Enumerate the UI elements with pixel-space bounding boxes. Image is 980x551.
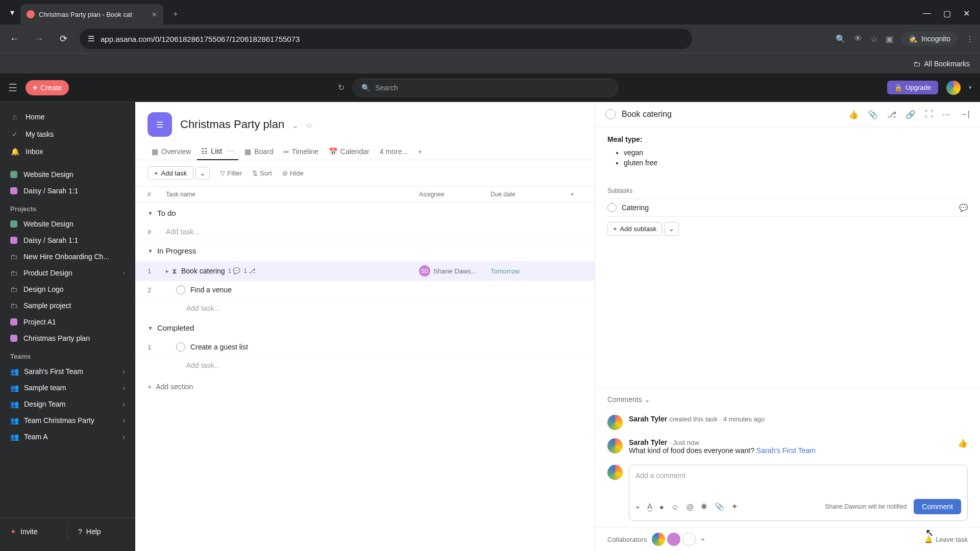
section-in-progress[interactable]: ▼In Progress bbox=[135, 240, 595, 261]
chevron-down-icon[interactable]: ▾ bbox=[969, 84, 972, 91]
user-avatar[interactable] bbox=[946, 81, 961, 95]
sidebar-project-item[interactable]: 🗀Product Design› bbox=[0, 265, 135, 281]
back-button[interactable]: ← bbox=[6, 31, 22, 47]
record-icon[interactable]: ● bbox=[659, 503, 664, 511]
sidebar-home[interactable]: ⌂ Home bbox=[0, 108, 135, 126]
detail-title[interactable]: Book catering bbox=[622, 110, 842, 119]
asterisk-icon[interactable]: ✱ bbox=[701, 502, 707, 511]
add-subtask-button[interactable]: +Add subtask bbox=[607, 222, 662, 236]
add-collaborator-button[interactable]: + bbox=[701, 536, 705, 543]
task-check-icon[interactable] bbox=[176, 285, 185, 294]
more-icon[interactable]: ⋯ bbox=[227, 147, 234, 155]
chevron-down-icon[interactable]: ⌄ bbox=[292, 121, 299, 130]
plus-icon[interactable]: + bbox=[635, 503, 640, 511]
search-input[interactable]: 🔍 Search bbox=[353, 79, 618, 97]
sidebar-recent-item[interactable]: Daisy / Sarah 1:1 bbox=[0, 183, 135, 199]
add-section-button[interactable]: +Add section bbox=[135, 374, 595, 399]
hide-button[interactable]: ⊘Hide bbox=[282, 169, 304, 177]
section-completed[interactable]: ▼Completed bbox=[135, 317, 595, 338]
forward-button[interactable]: → bbox=[31, 31, 47, 47]
star-icon[interactable]: ☆ bbox=[306, 121, 313, 130]
filter-button[interactable]: ▽Filter bbox=[220, 169, 242, 177]
comments-header[interactable]: Comments ⌄ bbox=[595, 388, 980, 411]
tab-search-button[interactable]: ▾ bbox=[4, 4, 20, 20]
more-icon[interactable]: ⋯ bbox=[942, 110, 950, 119]
new-tab-button[interactable]: + bbox=[167, 6, 184, 22]
upgrade-button[interactable]: 🔒 Upgrade bbox=[887, 81, 938, 94]
browser-tab[interactable]: Christmas Party plan - Book cat ✕ bbox=[20, 4, 163, 24]
sidebar-team-item[interactable]: 👥Team A› bbox=[0, 429, 135, 445]
all-bookmarks-button[interactable]: 🗀 All Bookmarks bbox=[913, 60, 970, 68]
add-task-placeholder[interactable]: Add task... bbox=[135, 299, 595, 317]
add-column-button[interactable]: + bbox=[562, 191, 582, 198]
subtask-row[interactable]: Catering 💬 bbox=[607, 198, 968, 217]
close-window-icon[interactable]: ✕ bbox=[963, 9, 970, 18]
chevron-right-icon[interactable]: ▸ bbox=[166, 268, 169, 274]
tab-more[interactable]: 4 more... bbox=[376, 143, 412, 160]
address-bar[interactable]: ☰ app.asana.com/0/1206182861755067/12061… bbox=[80, 29, 692, 49]
sidebar-team-item[interactable]: 👥Design Team› bbox=[0, 396, 135, 412]
site-info-icon[interactable]: ☰ bbox=[88, 34, 94, 43]
sidebar-team-item[interactable]: 👥Team Christmas Party› bbox=[0, 412, 135, 429]
history-icon[interactable]: ↻ bbox=[338, 83, 345, 92]
sidebar-team-item[interactable]: 👥Sarah's First Team› bbox=[0, 363, 135, 380]
add-task-placeholder[interactable]: Add task... bbox=[166, 228, 200, 236]
add-collaborator-placeholder[interactable] bbox=[682, 533, 696, 546]
tab-list[interactable]: ☷List⋯ bbox=[197, 143, 238, 160]
add-subtask-dropdown[interactable]: ⌄ bbox=[664, 222, 679, 236]
sort-button[interactable]: ⇅Sort bbox=[252, 169, 272, 177]
task-check-icon[interactable] bbox=[176, 342, 185, 352]
leave-task-button[interactable]: 🔔 Leave task bbox=[924, 536, 968, 543]
maximize-icon[interactable]: ▢ bbox=[943, 9, 951, 18]
task-row-book-catering[interactable]: 1 ▸ ⧗ Book catering 1 💬 1 ⎇ SDShane Daws… bbox=[135, 261, 595, 281]
bookmark-star-icon[interactable]: ☆ bbox=[870, 34, 877, 44]
attachment-icon[interactable]: 📎 bbox=[868, 110, 878, 119]
section-todo[interactable]: ▼To do bbox=[135, 203, 595, 223]
attachment-icon[interactable]: 📎 bbox=[715, 502, 724, 511]
sidebar-my-tasks[interactable]: ✓ My tasks bbox=[0, 126, 135, 143]
task-row-guest-list[interactable]: 1 Create a guest list bbox=[135, 338, 595, 356]
emoji-icon[interactable]: ☺ bbox=[671, 503, 679, 511]
tab-overview[interactable]: ▦Overview bbox=[148, 143, 195, 160]
create-button[interactable]: + Create bbox=[26, 80, 69, 95]
tab-calendar[interactable]: 📅Calendar bbox=[325, 143, 374, 160]
sparkle-icon[interactable]: ✦ bbox=[731, 502, 738, 511]
sidebar-project-item[interactable]: Project A1 bbox=[0, 314, 135, 330]
task-row-find-venue[interactable]: 2 Find a venue bbox=[135, 281, 595, 299]
table-row[interactable]: #Add task... bbox=[135, 223, 595, 240]
link-icon[interactable]: 🔗 bbox=[905, 110, 916, 119]
collaborator-avatar[interactable] bbox=[652, 533, 665, 546]
subtask-check-icon[interactable] bbox=[607, 203, 617, 212]
invite-button[interactable]: ✦Invite bbox=[0, 522, 67, 541]
comment-icon[interactable]: 💬 bbox=[959, 204, 968, 212]
fullscreen-icon[interactable]: ⛶ bbox=[925, 110, 933, 119]
sidebar-inbox[interactable]: 🔔 Inbox bbox=[0, 143, 135, 160]
sidebar-project-item[interactable]: 🗀New Hire Onboarding Ch... bbox=[0, 248, 135, 265]
comment-button[interactable]: Comment bbox=[914, 499, 961, 514]
reload-button[interactable]: ⟳ bbox=[55, 31, 71, 47]
minimize-icon[interactable]: — bbox=[923, 9, 931, 18]
search-icon[interactable]: 🔍 bbox=[836, 34, 846, 44]
add-task-button[interactable]: +Add task bbox=[148, 166, 193, 180]
help-button[interactable]: ?Help bbox=[67, 522, 135, 541]
sidebar-team-item[interactable]: 👥Sample team› bbox=[0, 380, 135, 396]
tab-board[interactable]: ▦Board bbox=[240, 143, 277, 160]
sidebar-project-item[interactable]: 🗀Sample project bbox=[0, 297, 135, 314]
mention-link[interactable]: Sarah's First Team bbox=[756, 446, 816, 455]
sidebar-project-item[interactable]: Christmas Party plan bbox=[0, 330, 135, 346]
add-tab-button[interactable]: + bbox=[414, 143, 426, 160]
subtask-icon[interactable]: ⎇ bbox=[887, 110, 896, 119]
sidebar-recent-item[interactable]: Website Design bbox=[0, 166, 135, 183]
collaborator-avatar[interactable] bbox=[667, 533, 680, 546]
menu-toggle-icon[interactable]: ☰ bbox=[8, 82, 17, 94]
side-panel-icon[interactable]: ▣ bbox=[886, 34, 893, 44]
comment-input-box[interactable]: Add a comment + A̲ ● ☺ @ ✱ 📎 ✦ Shane Daw… bbox=[629, 465, 968, 521]
sidebar-project-item[interactable]: Daisy / Sarah 1:1 bbox=[0, 232, 135, 248]
eye-off-icon[interactable]: 👁 bbox=[854, 34, 862, 43]
sidebar-project-item[interactable]: 🗀Design Logo bbox=[0, 281, 135, 297]
mention-icon[interactable]: @ bbox=[686, 503, 694, 511]
add-task-placeholder[interactable]: Add task... bbox=[135, 356, 595, 374]
close-tab-icon[interactable]: ✕ bbox=[152, 11, 157, 18]
close-panel-icon[interactable]: →| bbox=[960, 110, 970, 119]
like-icon[interactable]: 👍 bbox=[848, 110, 859, 119]
